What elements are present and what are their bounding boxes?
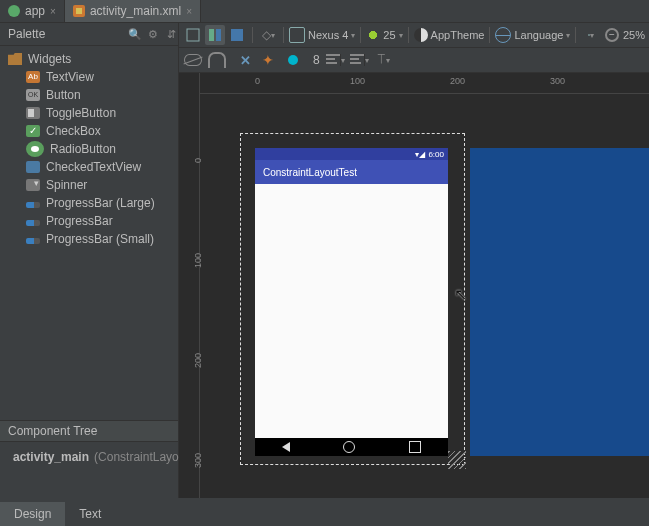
api-level: 25	[383, 29, 395, 41]
design-surface[interactable]: 0 100 200 300 ▾◢6:00 ConstraintLayoutTes…	[200, 73, 649, 498]
theme-picker[interactable]: AppTheme	[414, 28, 485, 42]
tab-label: Design	[14, 507, 51, 521]
nav-home-icon	[343, 441, 355, 453]
palette-item-togglebutton[interactable]: ToggleButton	[0, 104, 178, 122]
infer-constraints-icon[interactable]: ✦	[259, 50, 279, 70]
blueprint-view-icon[interactable]	[227, 25, 247, 45]
globe-icon	[495, 27, 511, 43]
spinner-icon	[26, 179, 40, 191]
component-tree: activity_main (ConstraintLayout)	[0, 442, 178, 498]
phone-status-bar: ▾◢6:00	[255, 148, 448, 160]
button-icon	[26, 89, 40, 101]
palette-item-spinner[interactable]: Spinner	[0, 176, 178, 194]
ruler-vertical: 0 100 200 300	[179, 73, 200, 498]
language-label: Language	[514, 29, 563, 41]
progressbar-icon	[26, 220, 40, 226]
tab-design[interactable]: Design	[0, 502, 65, 526]
palette-item-progressbar-large[interactable]: ProgressBar (Large)	[0, 194, 178, 212]
palette-group-label: Widgets	[28, 52, 71, 66]
resize-grip[interactable]	[448, 451, 466, 469]
radio-icon	[26, 141, 44, 157]
component-tree-header: Component Tree	[0, 420, 178, 442]
options-icon[interactable]: ⇵	[164, 27, 178, 41]
component-tree-title: Component Tree	[8, 424, 97, 438]
blueprint-preview[interactable]	[470, 148, 649, 456]
device-picker[interactable]: Nexus 4▾	[289, 27, 355, 43]
align-icon[interactable]: ▾	[350, 50, 370, 70]
palette-item-label: Button	[46, 88, 81, 102]
show-warnings-icon[interactable]	[283, 50, 303, 70]
autoconnect-icon[interactable]	[207, 50, 227, 70]
device-name: Nexus 4	[308, 29, 348, 41]
component-name: activity_main	[13, 450, 89, 464]
close-icon[interactable]: ×	[186, 6, 192, 17]
ruler-horizontal: 0 100 200 300	[200, 73, 649, 94]
tab-app[interactable]: app ×	[0, 0, 65, 22]
progressbar-icon	[26, 202, 40, 208]
palette-item-checkbox[interactable]: CheckBox	[0, 122, 178, 140]
variant-icon[interactable]: ▾	[581, 25, 601, 45]
zoom-value: 25%	[623, 29, 645, 41]
design-toolbar: ◇▾ Nexus 4▾ 25▾ AppTheme	[179, 23, 649, 48]
palette-item-progressbar[interactable]: ProgressBar	[0, 212, 178, 230]
ruler-label: 100	[350, 76, 365, 86]
phone-content[interactable]	[255, 184, 448, 438]
guidelines-icon[interactable]: ⟙▾	[374, 50, 394, 70]
zoom-control[interactable]: − 25%	[605, 28, 645, 42]
palette-item-textview[interactable]: TextView	[0, 68, 178, 86]
palette-group-widgets[interactable]: Widgets	[0, 50, 178, 68]
gear-icon[interactable]: ⚙	[146, 27, 160, 41]
canvas: 0 100 200 300 0 100 200 300	[179, 73, 649, 498]
api-picker[interactable]: 25▾	[366, 28, 402, 42]
hide-constraints-icon[interactable]	[183, 50, 203, 70]
palette-item-radiobutton[interactable]: RadioButton	[0, 140, 178, 158]
clear-constraints-icon[interactable]: ✕	[235, 50, 255, 70]
phone-appbar: ConstraintLayoutTest	[255, 160, 448, 184]
palette-item-checkedtextview[interactable]: CheckedTextView	[0, 158, 178, 176]
android-icon	[366, 28, 380, 42]
palette-item-button[interactable]: Button	[0, 86, 178, 104]
app-title: ConstraintLayoutTest	[263, 167, 357, 178]
phone-icon	[289, 27, 305, 43]
tab-label: activity_main.xml	[90, 4, 181, 18]
phone-preview[interactable]: ▾◢6:00 ConstraintLayoutTest	[255, 148, 448, 456]
file-tab-bar: app × activity_main.xml ×	[0, 0, 649, 23]
language-picker[interactable]: Language▾	[495, 27, 570, 43]
editor-mode-tabs: Design Text	[0, 498, 649, 526]
palette-item-label: CheckBox	[46, 124, 101, 138]
tab-label: Text	[79, 507, 101, 521]
svg-rect-0	[187, 29, 199, 41]
split-view-icon[interactable]	[205, 25, 225, 45]
tab-activity-main[interactable]: activity_main.xml ×	[65, 0, 201, 22]
palette-header: Palette 🔍 ⚙ ⇵	[0, 23, 178, 46]
nav-back-icon	[282, 442, 290, 452]
component-tree-root[interactable]: activity_main (ConstraintLayout)	[8, 450, 170, 464]
tab-label: app	[25, 4, 45, 18]
mouse-cursor: ↖	[454, 285, 467, 304]
textview-icon	[26, 71, 40, 83]
palette-item-label: CheckedTextView	[46, 160, 141, 174]
nav-recent-icon	[409, 441, 421, 453]
component-type: (ConstraintLayout)	[94, 450, 193, 464]
margins-icon[interactable]: ▾	[326, 50, 346, 70]
palette-item-label: Spinner	[46, 178, 87, 192]
toggle-icon	[26, 107, 40, 119]
palette-item-label: ProgressBar	[46, 214, 113, 228]
ruler-label: 200	[450, 76, 465, 86]
layout-editor: ◇▾ Nexus 4▾ 25▾ AppTheme	[179, 23, 649, 498]
tab-text[interactable]: Text	[65, 502, 115, 526]
design-view-icon[interactable]	[183, 25, 203, 45]
palette-item-progressbar-small[interactable]: ProgressBar (Small)	[0, 230, 178, 248]
palette-item-label: ToggleButton	[46, 106, 116, 120]
design-subtoolbar: ✕ ✦ 8 ▾ ▾ ⟙▾	[179, 48, 649, 73]
search-icon[interactable]: 🔍	[128, 27, 142, 41]
checkbox-icon	[26, 125, 40, 137]
zoom-out-icon[interactable]: −	[605, 28, 619, 42]
palette-item-label: TextView	[46, 70, 94, 84]
close-icon[interactable]: ×	[50, 6, 56, 17]
palette-item-label: ProgressBar (Large)	[46, 196, 155, 210]
palette-item-label: RadioButton	[50, 142, 116, 156]
orientation-icon[interactable]: ◇▾	[258, 25, 278, 45]
phone-navbar	[255, 438, 448, 456]
default-margin-value[interactable]: 8	[313, 53, 320, 67]
